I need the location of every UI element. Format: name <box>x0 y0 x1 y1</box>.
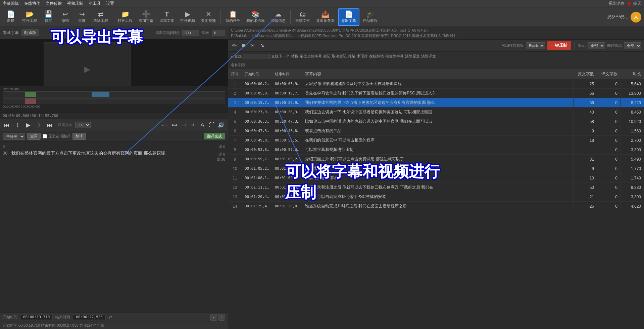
toolbar-open[interactable]: 📂 打开工程 <box>19 8 40 26</box>
translate-btn[interactable]: 翻译 <box>72 133 86 140</box>
next-frame-btn[interactable]: ⟩ <box>35 122 43 128</box>
table-cell: 0 <box>597 79 621 89</box>
subtitle-table[interactable]: 序号 开始时间 结束时间 字幕内容 原文字数 译文字数 时长 100:00:00… <box>228 69 644 329</box>
start-time-value[interactable]: 00:00:19,710 <box>20 314 53 320</box>
swap-icon[interactable]: ⇄ <box>108 315 112 320</box>
table-row[interactable]: 800:00:53,67000:00:57,060可以将字幕和视频进行压制—03… <box>228 145 644 155</box>
toolbar-new[interactable]: 📄 新建 <box>3 8 19 26</box>
search-find-btn[interactable]: 查找 <box>234 54 242 59</box>
table-cell: 13,800 <box>621 89 644 98</box>
toolbar-move[interactable]: ⇄ 移除工程 <box>91 8 111 26</box>
table-row[interactable]: 1400:01:25,41000:01:30,030谁当系统自动完成片时间之后 … <box>228 202 644 211</box>
mark-btn[interactable]: 标记 <box>323 54 331 59</box>
menu-online-collab[interactable]: 在线协作 <box>24 1 40 6</box>
menu-tools[interactable]: 小工具 <box>89 1 101 6</box>
lang-select[interactable]: 中译英 <box>3 133 25 140</box>
table-row[interactable]: 500:00:36,39000:00:47,310比如你点击中国的话 这边的也就… <box>228 117 644 126</box>
table-cell: 66 <box>574 89 597 98</box>
clear-trans-btn[interactable]: 清除译文 <box>421 54 436 59</box>
align-center-btn[interactable]: ⟺ <box>170 122 178 128</box>
align-tool-btn[interactable]: ≡ <box>241 42 246 49</box>
text-size-btn[interactable]: A <box>198 122 206 128</box>
rotate-label: 旋转 <box>202 30 209 35</box>
refine-btn[interactable]: 推敲 <box>348 54 355 59</box>
toolbar-cloudfile[interactable]: 🗂 云端文件 <box>293 8 313 26</box>
end-time-value[interactable]: 00:00:27,930 <box>73 314 105 320</box>
expand-btn[interactable]: ⛶ <box>208 122 216 128</box>
playback-controls: ⏮ ⟨ ▶ ⟩ ⏭ 速速播放 2.0 1.0 1.5 ⟵ ⟺ ⟶ ↺ A ⛶ 🔊 <box>0 119 228 131</box>
toolbar-tutorial[interactable]: 🎓 产品教程 <box>360 8 380 26</box>
next-nav-btn[interactable]: › <box>218 314 225 321</box>
toolbar-closevid[interactable]: ✕ 关闭视频 <box>198 8 218 26</box>
translate-complete-btn[interactable]: 翻译完成 <box>204 133 225 139</box>
toolbar-openfile[interactable]: 📁 打开工程 <box>115 8 135 26</box>
table-row[interactable]: 900:00:59,76000:01:05,250介绍页面之外 我们可以去点击免… <box>228 155 644 164</box>
table-row[interactable]: 200:00:05,91000:00:19,710首先在学习软件之前 我们先了解… <box>228 89 644 98</box>
table-row[interactable]: 700:00:49,86000:00:52,560在我们的创意云中 可以点击相应… <box>228 136 644 145</box>
file-path-2: E:\BaiduNetdiskDownload\视频教程\adobe视频教程\P… <box>231 33 641 38</box>
table-row[interactable]: 1300:01:20,43000:01:23,820那么就可以自动完成我们这个P… <box>228 192 644 202</box>
pen-tool-btn[interactable]: ✏ <box>231 42 238 49</box>
table-row[interactable]: 1200:01:11,10000:01:20,430进行登录和注册之后 你就可以… <box>228 183 644 192</box>
find-next-btn[interactable]: 查找下一个 <box>271 54 290 59</box>
replace-btn[interactable]: 替换 <box>291 54 298 59</box>
wave-tool-btn[interactable]: ∿ <box>259 42 266 49</box>
mark-select[interactable]: 全部 <box>588 42 605 49</box>
menu-file-transfer[interactable]: 文件传输 <box>46 1 62 6</box>
table-row[interactable]: 300:00:19,71000:00:27,930我们在整体官网的最下方点击下更… <box>228 98 644 108</box>
toolbar-addtext[interactable]: T 追加文本 <box>157 8 177 26</box>
search-input[interactable] <box>243 54 270 59</box>
toolbar-exportsub[interactable]: 📄 导出字幕 <box>338 8 359 26</box>
ass-value-select[interactable]: Black <box>526 42 545 49</box>
translation-bar: 中译英 查词 原文选词翻译 翻译 翻译完成 <box>0 131 228 142</box>
save-icon: 💾 <box>44 11 53 17</box>
table-cell: 1,740 <box>621 173 644 183</box>
prev-nav-btn[interactable]: ‹ <box>210 314 217 321</box>
toolbar-addsub[interactable]: ➕ 添加字幕 <box>136 8 156 26</box>
align-left-btn[interactable]: ⟵ <box>161 122 169 128</box>
toolbar-cloudinfo[interactable]: ☁ 云端信息 <box>268 8 288 26</box>
forward-btn[interactable]: ⏭ <box>46 122 54 128</box>
table-row[interactable]: 400:00:27,93000:00:36,390我们这边去切换一下 比如说中国… <box>228 108 644 117</box>
prev-frame-btn[interactable]: ⟨ <box>13 122 21 128</box>
one-press-btn[interactable]: 一键压制 <box>547 41 571 50</box>
toolbar-mytasks[interactable]: 📋 我的任务 <box>223 8 243 26</box>
speed-select[interactable]: 2.0 1.0 1.5 <box>75 122 91 128</box>
table-row[interactable]: 1100:01:08,19000:01:09,930所以 当你的计算机中1001… <box>228 173 644 183</box>
toolbar-undo[interactable]: ↩ 撤销 <box>57 8 73 26</box>
align-right-btn[interactable]: ⟶ <box>180 122 188 128</box>
toolbar-exportmulti[interactable]: 📤 导出多条本 <box>313 8 337 26</box>
toolbar-redo[interactable]: ↪ 重做 <box>74 8 90 26</box>
volume-btn[interactable]: 🔊 <box>217 122 225 128</box>
online-check-btn[interactable]: 在线纠错 <box>369 54 384 59</box>
toolbar-openvid[interactable]: ▶ 打开视频 <box>178 8 198 26</box>
clear-orig-btn[interactable]: 清除原文 <box>405 54 420 59</box>
play-btn[interactable]: ▶ <box>24 121 32 129</box>
trans-status-select[interactable]: 全部 <box>624 42 641 49</box>
toolbar-save[interactable]: 💾 保存 <box>40 8 56 26</box>
mytasks-label: 我的任务 <box>226 18 240 23</box>
sub-translate-mode[interactable]: 翻译版 <box>21 29 39 36</box>
table-row[interactable]: 600:00:47,31000:00:48,870或者点击所有的产品901,56… <box>228 126 644 136</box>
dict-btn[interactable]: 查词 <box>27 133 41 140</box>
table-row[interactable]: 1000:01:05,25000:01:07,020的下载901,770 <box>228 164 644 173</box>
menu-subtitle-edit[interactable]: 字幕编辑 <box>3 1 19 6</box>
check-except-btn[interactable]: 检查除字幕 <box>385 54 404 59</box>
chat-btn[interactable]: 聊天 <box>633 1 641 6</box>
rewind-btn[interactable]: ⏮ <box>3 122 11 128</box>
menu-settings[interactable]: 设置 <box>106 1 114 6</box>
term-lib-btn[interactable]: 术语库 <box>357 54 368 59</box>
cut-tool-btn[interactable]: ✂ <box>249 42 256 49</box>
rotate-input[interactable] <box>212 30 225 36</box>
locate-current-btn[interactable]: 定位当前字幕 <box>300 54 322 59</box>
table-cell: 谁当系统自动完成片时间之后 我们在桌面去启动程序之后 <box>302 202 574 211</box>
menu-video-compress[interactable]: 视频压制 <box>67 1 83 6</box>
unmark-btn[interactable]: 取消标记 <box>332 54 347 59</box>
table-cell: 介绍页面之外 我们可以去点击免费试用 那这边就可以了 <box>302 155 574 164</box>
original-word-check[interactable] <box>43 134 47 138</box>
refresh-input[interactable] <box>182 30 199 36</box>
loop-btn[interactable]: ↺ <box>189 122 197 128</box>
table-row[interactable]: 100:00:00,27000:00:05,910大家好 欢迎收看跑跑圈C系列中… <box>228 79 644 89</box>
user-id: 156****65... <box>607 15 628 19</box>
toolbar-myterms[interactable]: 📚 我的术语库 <box>244 8 267 26</box>
